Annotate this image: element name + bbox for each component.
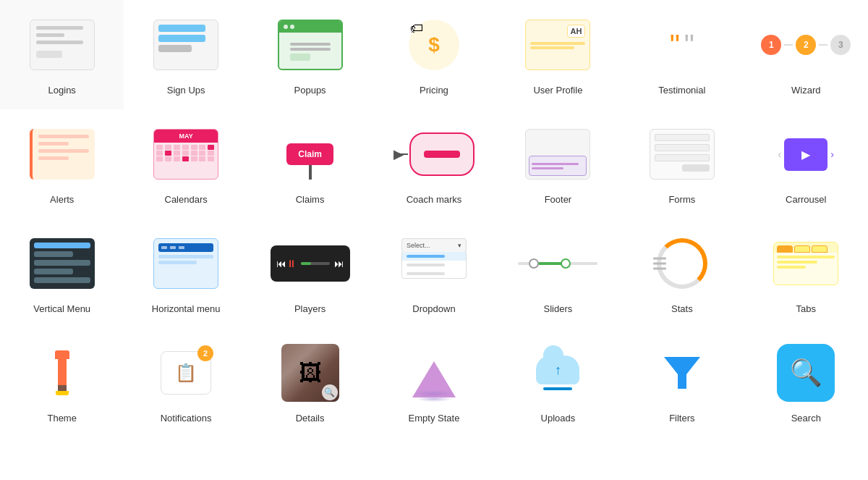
testimonial-label: Testimonial (658, 85, 705, 96)
card-carrousel[interactable]: ‹ ▶ › Carrousel (744, 109, 868, 219)
card-wizard[interactable]: 1 2 3 Wizard (744, 0, 868, 109)
userprofile-label: User Profile (533, 85, 582, 96)
sliders-label: Sliders (544, 303, 573, 314)
popups-label: Popups (294, 85, 326, 96)
carrousel-label: Carrousel (786, 194, 826, 205)
alerts-icon-box (22, 122, 102, 187)
claims-label: Claims (296, 194, 325, 205)
card-search[interactable]: 🔍 Search (744, 328, 868, 437)
pricing-label: Pricing (420, 85, 448, 96)
logins-label: Logins (48, 85, 76, 96)
card-stats[interactable]: Stats (620, 219, 744, 328)
card-forms[interactable]: Forms (620, 109, 744, 219)
alerts-label: Alerts (50, 194, 74, 205)
card-verticalmenu[interactable]: Vertical Menu (0, 219, 124, 328)
filters-label: Filters (669, 413, 694, 424)
pricing-icon-box: 🏷 $ (394, 12, 474, 77)
card-sliders[interactable]: Sliders (496, 219, 620, 328)
card-popups[interactable]: Popups (248, 0, 372, 109)
theme-icon-box (22, 340, 102, 405)
card-signups[interactable]: Sign Ups (124, 0, 247, 109)
emptystate-icon-box (394, 340, 474, 405)
theme-label: Theme (47, 413, 76, 424)
verticalmenu-label: Vertical Menu (33, 303, 90, 314)
popups-icon-box (271, 12, 350, 77)
card-pricing[interactable]: 🏷 $ Pricing (372, 0, 495, 109)
forms-icon-box (642, 122, 722, 187)
dropdown-label: Dropdown (412, 303, 455, 314)
search-magnifier-icon: 🔍 (790, 358, 822, 388)
sliders-icon-box (518, 231, 597, 296)
card-tabs[interactable]: Tabs (744, 219, 868, 328)
card-players[interactable]: ⏮ ⏸ ⏭ Players (248, 219, 372, 328)
tabs-label: Tabs (796, 303, 816, 314)
notifications-label: Notifications (161, 413, 212, 424)
uploads-label: Uploads (541, 413, 576, 424)
emptystate-label: Empty State (409, 413, 460, 424)
tabs-icon-box (766, 231, 846, 296)
wizard-icon-box: 1 2 3 (766, 12, 846, 77)
card-testimonial[interactable]: " " Testimonial (620, 0, 744, 109)
stats-icon-box (642, 231, 722, 296)
wizard-label: Wizard (791, 85, 820, 96)
search-icon-box-outer: 🔍 (766, 340, 846, 405)
card-uploads[interactable]: ↑ Uploads (496, 328, 620, 437)
coachmarks-label: Coach marks (407, 194, 462, 205)
logins-icon-box (22, 12, 102, 77)
card-coachmarks[interactable]: ▶ Coach marks (372, 109, 495, 219)
footer-icon-box (518, 122, 597, 187)
dropdown-icon-box: Select... ▾ (394, 231, 474, 296)
forms-label: Forms (668, 194, 695, 205)
carrousel-icon-box: ‹ ▶ › (766, 122, 846, 187)
horizontalmenu-icon-box (146, 231, 226, 296)
details-icon-box: 🖼 🔍 (271, 340, 350, 405)
details-label: Details (296, 413, 325, 424)
icon-grid: Logins Sign Ups Popups (0, 0, 868, 437)
card-userprofile[interactable]: AH User Profile (496, 0, 620, 109)
verticalmenu-icon-box (22, 231, 102, 296)
uploads-icon-box: ↑ (518, 340, 597, 405)
card-theme[interactable]: Theme (0, 328, 124, 437)
card-dropdown[interactable]: Select... ▾ Dropdown (372, 219, 495, 328)
card-alerts[interactable]: Alerts (0, 109, 124, 219)
footer-label: Footer (545, 194, 572, 205)
signups-label: Sign Ups (167, 85, 205, 96)
card-filters[interactable]: Filters (620, 328, 744, 437)
svg-marker-0 (664, 357, 700, 389)
players-icon-box: ⏮ ⏸ ⏭ (271, 231, 350, 296)
signups-icon-box (146, 12, 226, 77)
testimonial-icon-box: " " (642, 12, 722, 77)
userprofile-icon-box: AH (518, 12, 597, 77)
card-details[interactable]: 🖼 🔍 Details (248, 328, 372, 437)
filters-icon-box (642, 340, 722, 405)
card-claims[interactable]: Claim Claims (248, 109, 372, 219)
players-label: Players (294, 303, 326, 314)
calendars-icon-box: MAY (146, 122, 226, 187)
calendars-label: Calendars (165, 194, 208, 205)
card-logins[interactable]: Logins (0, 0, 124, 109)
claims-icon-box: Claim (271, 122, 350, 187)
card-emptystate[interactable]: Empty State (372, 328, 495, 437)
card-footer[interactable]: Footer (496, 109, 620, 219)
notifications-icon-box: 📋 2 (146, 340, 226, 405)
coachmarks-icon-box: ▶ (394, 122, 474, 187)
search-label: Search (791, 413, 821, 424)
stats-label: Stats (671, 303, 693, 314)
card-horizontalmenu[interactable]: Horizontal menu (124, 219, 247, 328)
card-calendars[interactable]: MAY Calendars (124, 109, 247, 219)
horizontalmenu-label: Horizontal menu (152, 303, 221, 314)
card-notifications[interactable]: 📋 2 Notifications (124, 328, 247, 437)
